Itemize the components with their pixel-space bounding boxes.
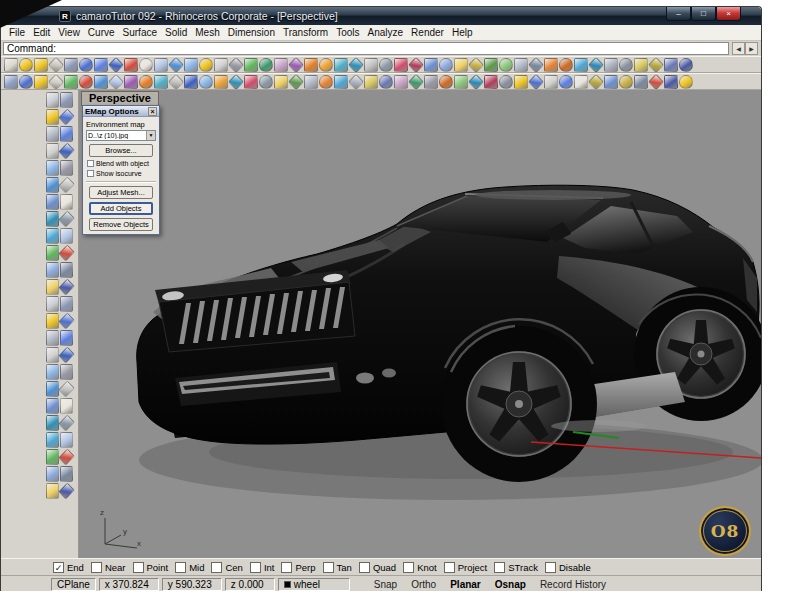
osnap-strack[interactable]: STrack xyxy=(494,562,538,573)
osnap-tan[interactable]: Tan xyxy=(323,562,352,573)
menu-item-edit[interactable]: Edit xyxy=(29,27,54,38)
toolbar2-icon-35[interactable] xyxy=(514,75,528,89)
menu-item-help[interactable]: Help xyxy=(448,27,477,38)
toolbar1-icon-41[interactable] xyxy=(604,58,618,72)
menu-item-transform[interactable]: Transform xyxy=(279,27,332,38)
osnap-disable-checkbox[interactable] xyxy=(545,562,556,573)
remove-objects-button[interactable]: Remove Objects xyxy=(89,218,153,231)
osnap-strack-checkbox[interactable] xyxy=(494,562,505,573)
environment-map-select[interactable]: D..\z (10).jpg ▼ xyxy=(86,130,156,141)
side-tool-icon-10[interactable] xyxy=(60,160,73,176)
toolbar2-icon-45[interactable] xyxy=(664,75,678,89)
osnap-point[interactable]: Point xyxy=(133,562,169,573)
checkbox-icon[interactable] xyxy=(87,160,94,167)
osnap-tan-checkbox[interactable] xyxy=(323,562,334,573)
toolbar2-icon-19[interactable] xyxy=(274,75,288,89)
osnap-near[interactable]: Near xyxy=(91,562,126,573)
command-box[interactable]: Command: xyxy=(3,42,729,55)
toolbar2-icon-39[interactable] xyxy=(574,75,588,89)
toolbar1-icon-39[interactable] xyxy=(574,58,588,72)
command-next-icon[interactable]: ▶ xyxy=(745,42,758,55)
toolbar2-icon-1[interactable] xyxy=(4,75,18,89)
layer-pane[interactable]: wheel xyxy=(278,578,350,591)
side-tool-icon-1[interactable] xyxy=(46,92,59,108)
toolbar2-icon-4[interactable] xyxy=(48,73,64,89)
toolbar1-icon-15[interactable] xyxy=(214,58,228,72)
status-toggle-planar[interactable]: Planar xyxy=(443,579,488,590)
toolbar1-icon-2[interactable] xyxy=(19,58,33,72)
toolbar2-icon-9[interactable] xyxy=(124,75,138,89)
toolbar1-icon-17[interactable] xyxy=(244,58,258,72)
toolbar2-icon-22[interactable] xyxy=(319,75,333,89)
osnap-knot[interactable]: Knot xyxy=(403,562,437,573)
toolbar1-icon-40[interactable] xyxy=(588,56,604,72)
side-tool-icon-35[interactable] xyxy=(46,381,59,397)
toolbar1-icon-19[interactable] xyxy=(274,58,288,72)
side-tool-icon-13[interactable] xyxy=(46,194,59,210)
toolbar1-icon-16[interactable] xyxy=(228,56,244,72)
add-objects-button[interactable]: Add Objects xyxy=(89,202,153,215)
osnap-end-checkbox[interactable]: ✓ xyxy=(53,562,64,573)
side-tool-icon-31[interactable] xyxy=(46,347,59,363)
menu-item-analyze[interactable]: Analyze xyxy=(364,27,408,38)
side-tool-icon-37[interactable] xyxy=(46,398,59,414)
toolbar2-icon-7[interactable] xyxy=(94,75,108,89)
close-button[interactable]: × xyxy=(716,7,741,21)
side-tool-icon-28[interactable] xyxy=(58,313,75,330)
toolbar2-icon-46[interactable] xyxy=(679,75,693,89)
side-tool-icon-24[interactable] xyxy=(58,279,75,296)
toolbar1-icon-10[interactable] xyxy=(139,58,153,72)
minimize-button[interactable]: – xyxy=(666,7,691,21)
side-tool-icon-22[interactable] xyxy=(60,262,73,278)
toolbar1-icon-31[interactable] xyxy=(454,58,468,72)
side-tool-icon-30[interactable] xyxy=(60,330,73,346)
toolbar1-icon-37[interactable] xyxy=(544,58,558,72)
side-tool-icon-47[interactable] xyxy=(46,483,59,499)
toolbar1-icon-34[interactable] xyxy=(499,58,513,72)
toolbar2-icon-32[interactable] xyxy=(468,73,484,89)
side-tool-icon-45[interactable] xyxy=(46,466,59,482)
toolbar2-icon-21[interactable] xyxy=(304,75,318,89)
side-tool-icon-3[interactable] xyxy=(46,109,59,125)
viewport-tab-perspective[interactable]: Perspective xyxy=(81,91,159,106)
side-tool-icon-40[interactable] xyxy=(58,415,75,432)
toolbar1-icon-38[interactable] xyxy=(559,58,573,72)
viewport[interactable]: Perspective EMap Options × Environment m… xyxy=(79,90,761,558)
menu-item-curve[interactable]: Curve xyxy=(84,27,119,38)
maximize-button[interactable]: □ xyxy=(691,7,716,21)
osnap-int[interactable]: Int xyxy=(250,562,275,573)
side-tool-icon-7[interactable] xyxy=(46,143,59,159)
title-bar[interactable]: R camaroTutor 092 - Rhinoceros Corporate… xyxy=(1,7,761,25)
toolbar1-icon-11[interactable] xyxy=(154,58,168,72)
osnap-knot-checkbox[interactable] xyxy=(403,562,414,573)
side-tool-icon-27[interactable] xyxy=(46,313,59,329)
osnap-perp-checkbox[interactable] xyxy=(281,562,292,573)
toolbar2-icon-27[interactable] xyxy=(394,75,408,89)
toolbar1-icon-26[interactable] xyxy=(379,58,393,72)
side-tool-icon-15[interactable] xyxy=(46,211,59,227)
toolbar1-icon-3[interactable] xyxy=(34,58,48,72)
toolbar2-icon-15[interactable] xyxy=(214,75,228,89)
emap-dialog-title-bar[interactable]: EMap Options × xyxy=(83,106,159,117)
side-tool-icon-43[interactable] xyxy=(46,449,59,465)
side-tool-icon-11[interactable] xyxy=(46,177,59,193)
toolbar2-icon-43[interactable] xyxy=(634,75,648,89)
toolbar1-icon-35[interactable] xyxy=(514,58,528,72)
menu-item-mesh[interactable]: Mesh xyxy=(191,27,223,38)
toolbar1-icon-46[interactable] xyxy=(679,58,693,72)
osnap-quad[interactable]: Quad xyxy=(359,562,396,573)
emap-check-show-isocurve[interactable]: Show isocurve xyxy=(87,170,156,177)
osnap-int-checkbox[interactable] xyxy=(250,562,261,573)
toolbar1-icon-8[interactable] xyxy=(108,56,124,72)
toolbar1-icon-43[interactable] xyxy=(634,58,648,72)
side-tool-icon-17[interactable] xyxy=(46,228,59,244)
osnap-end[interactable]: ✓End xyxy=(53,562,84,573)
browse-button[interactable]: Browse... xyxy=(89,144,153,157)
side-tool-icon-2[interactable] xyxy=(60,92,73,108)
toolbar2-icon-11[interactable] xyxy=(154,75,168,89)
side-tool-icon-8[interactable] xyxy=(58,143,75,160)
toolbar2-icon-28[interactable] xyxy=(408,73,424,89)
toolbar1-icon-24[interactable] xyxy=(348,56,364,72)
toolbar1-icon-45[interactable] xyxy=(664,58,678,72)
toolbar1-icon-1[interactable] xyxy=(4,58,18,72)
